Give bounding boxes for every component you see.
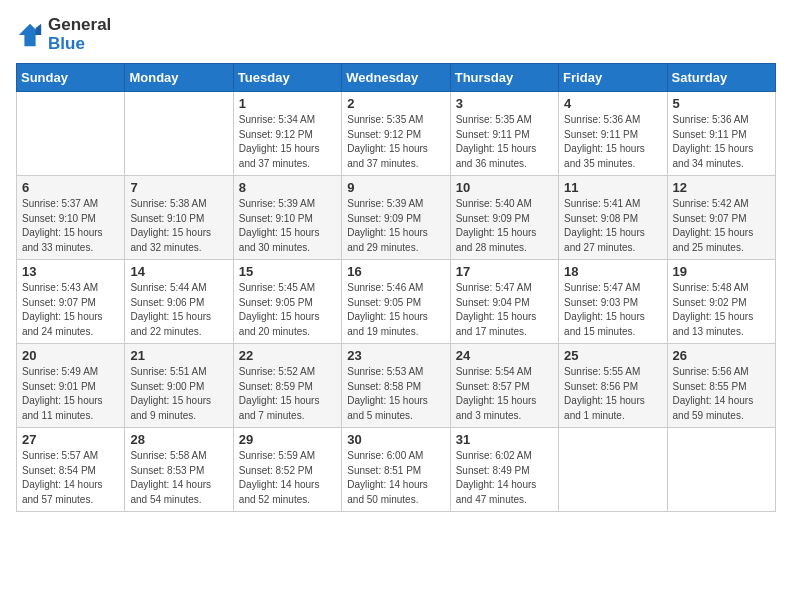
day-number: 23 (347, 348, 444, 363)
day-number: 25 (564, 348, 661, 363)
day-info: Sunrise: 5:58 AM Sunset: 8:53 PM Dayligh… (130, 449, 227, 507)
day-number: 31 (456, 432, 553, 447)
calendar-table: SundayMondayTuesdayWednesdayThursdayFrid… (16, 63, 776, 512)
calendar-cell: 24Sunrise: 5:54 AM Sunset: 8:57 PM Dayli… (450, 344, 558, 428)
calendar-cell: 18Sunrise: 5:47 AM Sunset: 9:03 PM Dayli… (559, 260, 667, 344)
calendar-cell: 15Sunrise: 5:45 AM Sunset: 9:05 PM Dayli… (233, 260, 341, 344)
day-number: 19 (673, 264, 770, 279)
calendar-cell: 23Sunrise: 5:53 AM Sunset: 8:58 PM Dayli… (342, 344, 450, 428)
day-number: 13 (22, 264, 119, 279)
header-friday: Friday (559, 64, 667, 92)
day-info: Sunrise: 5:36 AM Sunset: 9:11 PM Dayligh… (673, 113, 770, 171)
day-info: Sunrise: 5:45 AM Sunset: 9:05 PM Dayligh… (239, 281, 336, 339)
day-info: Sunrise: 5:40 AM Sunset: 9:09 PM Dayligh… (456, 197, 553, 255)
day-info: Sunrise: 5:52 AM Sunset: 8:59 PM Dayligh… (239, 365, 336, 423)
calendar-header-row: SundayMondayTuesdayWednesdayThursdayFrid… (17, 64, 776, 92)
day-info: Sunrise: 5:53 AM Sunset: 8:58 PM Dayligh… (347, 365, 444, 423)
header-thursday: Thursday (450, 64, 558, 92)
calendar-cell: 13Sunrise: 5:43 AM Sunset: 9:07 PM Dayli… (17, 260, 125, 344)
calendar-cell: 7Sunrise: 5:38 AM Sunset: 9:10 PM Daylig… (125, 176, 233, 260)
calendar-cell: 8Sunrise: 5:39 AM Sunset: 9:10 PM Daylig… (233, 176, 341, 260)
calendar-cell: 12Sunrise: 5:42 AM Sunset: 9:07 PM Dayli… (667, 176, 775, 260)
day-info: Sunrise: 5:36 AM Sunset: 9:11 PM Dayligh… (564, 113, 661, 171)
day-number: 24 (456, 348, 553, 363)
header-monday: Monday (125, 64, 233, 92)
day-number: 1 (239, 96, 336, 111)
calendar-cell: 16Sunrise: 5:46 AM Sunset: 9:05 PM Dayli… (342, 260, 450, 344)
day-number: 2 (347, 96, 444, 111)
calendar-cell: 28Sunrise: 5:58 AM Sunset: 8:53 PM Dayli… (125, 428, 233, 512)
day-info: Sunrise: 5:35 AM Sunset: 9:11 PM Dayligh… (456, 113, 553, 171)
header-wednesday: Wednesday (342, 64, 450, 92)
calendar-cell: 27Sunrise: 5:57 AM Sunset: 8:54 PM Dayli… (17, 428, 125, 512)
day-info: Sunrise: 5:39 AM Sunset: 9:09 PM Dayligh… (347, 197, 444, 255)
day-info: Sunrise: 5:51 AM Sunset: 9:00 PM Dayligh… (130, 365, 227, 423)
calendar-week-4: 20Sunrise: 5:49 AM Sunset: 9:01 PM Dayli… (17, 344, 776, 428)
calendar-cell: 6Sunrise: 5:37 AM Sunset: 9:10 PM Daylig… (17, 176, 125, 260)
calendar-cell: 14Sunrise: 5:44 AM Sunset: 9:06 PM Dayli… (125, 260, 233, 344)
day-info: Sunrise: 5:59 AM Sunset: 8:52 PM Dayligh… (239, 449, 336, 507)
header-tuesday: Tuesday (233, 64, 341, 92)
calendar-cell: 17Sunrise: 5:47 AM Sunset: 9:04 PM Dayli… (450, 260, 558, 344)
day-info: Sunrise: 5:56 AM Sunset: 8:55 PM Dayligh… (673, 365, 770, 423)
day-info: Sunrise: 5:34 AM Sunset: 9:12 PM Dayligh… (239, 113, 336, 171)
day-info: Sunrise: 5:57 AM Sunset: 8:54 PM Dayligh… (22, 449, 119, 507)
day-info: Sunrise: 5:42 AM Sunset: 9:07 PM Dayligh… (673, 197, 770, 255)
day-number: 14 (130, 264, 227, 279)
day-info: Sunrise: 5:38 AM Sunset: 9:10 PM Dayligh… (130, 197, 227, 255)
day-number: 30 (347, 432, 444, 447)
day-info: Sunrise: 6:00 AM Sunset: 8:51 PM Dayligh… (347, 449, 444, 507)
day-number: 17 (456, 264, 553, 279)
day-number: 10 (456, 180, 553, 195)
day-number: 16 (347, 264, 444, 279)
day-info: Sunrise: 6:02 AM Sunset: 8:49 PM Dayligh… (456, 449, 553, 507)
calendar-cell: 29Sunrise: 5:59 AM Sunset: 8:52 PM Dayli… (233, 428, 341, 512)
day-info: Sunrise: 5:35 AM Sunset: 9:12 PM Dayligh… (347, 113, 444, 171)
calendar-cell (559, 428, 667, 512)
day-number: 9 (347, 180, 444, 195)
day-info: Sunrise: 5:44 AM Sunset: 9:06 PM Dayligh… (130, 281, 227, 339)
calendar-cell: 4Sunrise: 5:36 AM Sunset: 9:11 PM Daylig… (559, 92, 667, 176)
calendar-cell: 5Sunrise: 5:36 AM Sunset: 9:11 PM Daylig… (667, 92, 775, 176)
day-info: Sunrise: 5:39 AM Sunset: 9:10 PM Dayligh… (239, 197, 336, 255)
day-number: 11 (564, 180, 661, 195)
day-number: 28 (130, 432, 227, 447)
day-number: 26 (673, 348, 770, 363)
calendar-cell: 30Sunrise: 6:00 AM Sunset: 8:51 PM Dayli… (342, 428, 450, 512)
svg-marker-1 (36, 23, 42, 34)
calendar-cell: 31Sunrise: 6:02 AM Sunset: 8:49 PM Dayli… (450, 428, 558, 512)
calendar-week-5: 27Sunrise: 5:57 AM Sunset: 8:54 PM Dayli… (17, 428, 776, 512)
day-number: 21 (130, 348, 227, 363)
calendar-cell: 19Sunrise: 5:48 AM Sunset: 9:02 PM Dayli… (667, 260, 775, 344)
day-number: 7 (130, 180, 227, 195)
day-number: 15 (239, 264, 336, 279)
calendar-cell: 20Sunrise: 5:49 AM Sunset: 9:01 PM Dayli… (17, 344, 125, 428)
calendar-cell: 25Sunrise: 5:55 AM Sunset: 8:56 PM Dayli… (559, 344, 667, 428)
day-number: 22 (239, 348, 336, 363)
day-number: 29 (239, 432, 336, 447)
calendar-cell: 21Sunrise: 5:51 AM Sunset: 9:00 PM Dayli… (125, 344, 233, 428)
logo: General Blue (16, 16, 111, 53)
calendar-cell: 26Sunrise: 5:56 AM Sunset: 8:55 PM Dayli… (667, 344, 775, 428)
calendar-cell (17, 92, 125, 176)
day-info: Sunrise: 5:41 AM Sunset: 9:08 PM Dayligh… (564, 197, 661, 255)
calendar-cell: 1Sunrise: 5:34 AM Sunset: 9:12 PM Daylig… (233, 92, 341, 176)
day-info: Sunrise: 5:54 AM Sunset: 8:57 PM Dayligh… (456, 365, 553, 423)
calendar-cell: 22Sunrise: 5:52 AM Sunset: 8:59 PM Dayli… (233, 344, 341, 428)
day-info: Sunrise: 5:48 AM Sunset: 9:02 PM Dayligh… (673, 281, 770, 339)
logo-blue-text: Blue (48, 35, 111, 54)
day-number: 5 (673, 96, 770, 111)
day-info: Sunrise: 5:55 AM Sunset: 8:56 PM Dayligh… (564, 365, 661, 423)
day-number: 27 (22, 432, 119, 447)
calendar-cell (667, 428, 775, 512)
calendar-week-2: 6Sunrise: 5:37 AM Sunset: 9:10 PM Daylig… (17, 176, 776, 260)
page-header: General Blue (16, 16, 776, 53)
day-info: Sunrise: 5:43 AM Sunset: 9:07 PM Dayligh… (22, 281, 119, 339)
day-number: 6 (22, 180, 119, 195)
day-number: 18 (564, 264, 661, 279)
day-number: 3 (456, 96, 553, 111)
calendar-cell: 2Sunrise: 5:35 AM Sunset: 9:12 PM Daylig… (342, 92, 450, 176)
header-saturday: Saturday (667, 64, 775, 92)
day-info: Sunrise: 5:47 AM Sunset: 9:04 PM Dayligh… (456, 281, 553, 339)
day-info: Sunrise: 5:49 AM Sunset: 9:01 PM Dayligh… (22, 365, 119, 423)
